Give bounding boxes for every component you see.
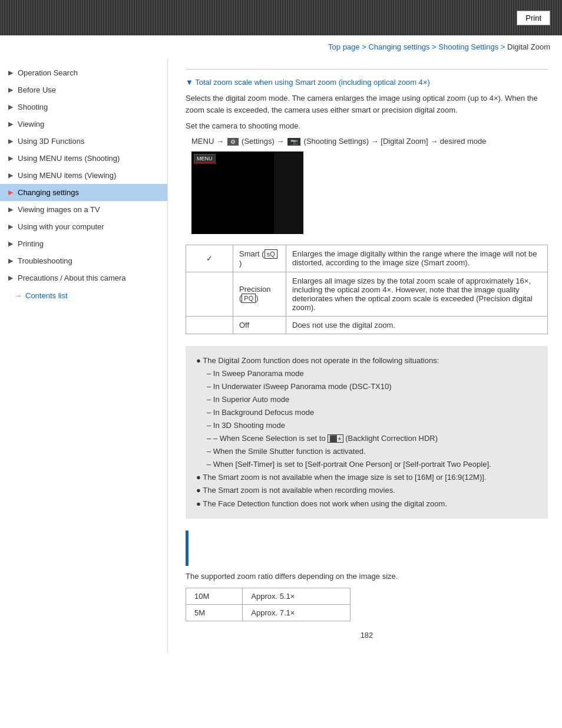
- note-box: The Digital Zoom function does not opera…: [186, 346, 548, 519]
- smart-desc-cell: Enlarges the image digitally within the …: [286, 245, 548, 272]
- sub-note-item: In Superior Auto mode: [207, 393, 537, 406]
- sub-note-item: In Background Defocus mode: [207, 406, 537, 419]
- main-content: Total zoom scale when using Smart zoom (…: [168, 58, 562, 654]
- sub-note-item: In Underwater iSweep Panorama mode (DSC-…: [207, 380, 537, 393]
- arrow-icon: ▶: [8, 103, 13, 111]
- arrow-icon: ▶: [8, 154, 13, 162]
- sidebar-item-viewing[interactable]: ▶ Viewing: [0, 116, 167, 133]
- menu-label: MENU: [194, 154, 216, 163]
- arrow-icon: ▶: [8, 240, 13, 248]
- table-row: 5M Approx. 7.1×: [186, 604, 351, 621]
- sidebar-item-troubleshooting[interactable]: ▶ Troubleshooting: [0, 252, 167, 269]
- precision-icon: PQ: [242, 294, 256, 303]
- note-item: The Smart zoom is not available when the…: [196, 471, 537, 484]
- page-number: 182: [186, 631, 548, 640]
- sidebar-item-label: Using MENU items (Shooting): [18, 154, 120, 163]
- size-cell: 10M: [186, 588, 243, 604]
- sidebar-item-label: Using with your computer: [18, 222, 104, 231]
- arrow-icon: ▶: [8, 120, 13, 128]
- sidebar-item-precautions[interactable]: ▶ Precautions / About this camera: [0, 269, 167, 286]
- sidebar-item-menu-viewing[interactable]: ▶ Using MENU items (Viewing): [0, 167, 167, 184]
- arrow-right-icon: ▶: [8, 189, 13, 196]
- sidebar-item-label: Before Use: [18, 85, 56, 94]
- menu-path: MENU → ⚙ (Settings) → 📷 (Shooting Settin…: [191, 137, 548, 146]
- sidebar-item-changing-settings[interactable]: ▶ Changing settings: [0, 184, 167, 201]
- note-item: The Digital Zoom function does not opera…: [196, 354, 537, 367]
- arrow-icon: ▶: [8, 172, 13, 179]
- arrow-icon: ▶: [8, 274, 13, 282]
- contents-list-link[interactable]: Contents list: [0, 286, 167, 305]
- sub-note-item: When [Self-Timer] is set to [Self-portra…: [207, 458, 537, 471]
- arrow-icon: ▶: [8, 69, 13, 77]
- description-1: Selects the digital zoom mode. The camer…: [186, 93, 548, 116]
- sub-note-item: In 3D Shooting mode: [207, 419, 537, 432]
- ratio-cell: Approx. 7.1×: [243, 604, 351, 621]
- arrow-icon: ▶: [8, 257, 13, 265]
- size-cell: 5M: [186, 604, 243, 621]
- sub-note-item: When the Smile Shutter function is activ…: [207, 445, 537, 458]
- contents-list-label: Contents list: [25, 291, 68, 300]
- note-list: The Digital Zoom function does not opera…: [196, 354, 537, 510]
- size-table: 10M Approx. 5.1× 5M Approx. 7.1×: [186, 588, 351, 621]
- arrow-icon: ▶: [8, 206, 13, 213]
- smart-icon: sQ: [265, 249, 277, 259]
- top-divider: [186, 69, 548, 70]
- off-desc-cell: Does not use the digital zoom.: [286, 316, 548, 334]
- ratio-cell: Approx. 5.1×: [243, 588, 351, 604]
- precision-icon-cell: [186, 272, 233, 316]
- sidebar-item-label: Using MENU items (Viewing): [18, 171, 116, 180]
- arrow-icon: ▶: [8, 86, 13, 94]
- table-row: 10M Approx. 5.1×: [186, 588, 351, 604]
- camera-panel: [274, 151, 303, 234]
- sidebar-item-label: Changing settings: [18, 188, 79, 197]
- sidebar: ▶ Operation Search ▶ Before Use ▶ Shooti…: [0, 58, 168, 654]
- breadcrumb: Top page > Changing settings > Shooting …: [0, 35, 562, 58]
- breadcrumb-shooting[interactable]: Shooting Settings: [438, 42, 498, 51]
- supported-text: The supported zoom ratio differs dependi…: [186, 572, 548, 581]
- sidebar-item-printing[interactable]: ▶ Printing: [0, 235, 167, 252]
- table-row: Off Does not use the digital zoom.: [186, 316, 548, 334]
- main-layout: ▶ Operation Search ▶ Before Use ▶ Shooti…: [0, 58, 562, 654]
- sub-note-list: In Sweep Panorama mode In Underwater iSw…: [207, 367, 537, 472]
- arrow-icon: ▶: [8, 223, 13, 230]
- sidebar-item-operation-search[interactable]: ▶ Operation Search: [0, 64, 167, 81]
- breadcrumb-digital-zoom: Digital Zoom: [507, 42, 550, 51]
- print-button[interactable]: Print: [517, 11, 550, 25]
- precision-desc-cell: Enlarges all image sizes by the total zo…: [286, 272, 548, 316]
- sidebar-item-shooting[interactable]: ▶ Shooting: [0, 98, 167, 116]
- breadcrumb-top[interactable]: Top page: [328, 42, 360, 51]
- sidebar-item-label: Using 3D Functions: [18, 137, 84, 146]
- smart-label-cell: Smart (sQ): [233, 245, 286, 272]
- sidebar-item-label: Shooting: [18, 103, 48, 111]
- sidebar-item-label: Precautions / About this camera: [18, 274, 126, 282]
- precision-label-cell: Precision(PQ): [233, 272, 286, 316]
- check-icon-cell: ✓: [186, 245, 233, 272]
- blue-bar: [186, 531, 189, 566]
- note-item: The Smart zoom is not available when rec…: [196, 484, 537, 497]
- off-icon-cell: [186, 316, 233, 334]
- sidebar-item-label: Printing: [18, 239, 44, 248]
- sidebar-item-menu-shooting[interactable]: ▶ Using MENU items (Shooting): [0, 150, 167, 167]
- off-label-cell: Off: [233, 316, 286, 334]
- table-row: Precision(PQ) Enlarges all image sizes b…: [186, 272, 548, 316]
- sub-note-item: In Sweep Panorama mode: [207, 367, 537, 380]
- sidebar-item-viewing-tv[interactable]: ▶ Viewing images on a TV: [0, 201, 167, 218]
- breadcrumb-changing[interactable]: Changing settings: [368, 42, 429, 51]
- sidebar-item-label: Operation Search: [18, 68, 78, 77]
- section-title: Total zoom scale when using Smart zoom (…: [186, 78, 548, 87]
- description-2: Set the camera to shooting mode.: [186, 120, 548, 132]
- sidebar-item-label: Viewing: [18, 120, 44, 129]
- sidebar-item-label: Viewing images on a TV: [18, 205, 100, 214]
- sidebar-item-using-computer[interactable]: ▶ Using with your computer: [0, 218, 167, 235]
- sidebar-item-label: Troubleshooting: [18, 256, 72, 265]
- sidebar-item-3d-functions[interactable]: ▶ Using 3D Functions: [0, 133, 167, 150]
- zoom-modes-table: ✓ Smart (sQ) Enlarges the image digitall…: [186, 245, 548, 334]
- sub-note-item: – When Scene Selection is set to ⬛+ (Bac…: [207, 432, 537, 445]
- sidebar-item-before-use[interactable]: ▶ Before Use: [0, 81, 167, 98]
- note-item: The Face Detection function does not wor…: [196, 498, 537, 510]
- header: Print: [0, 0, 562, 35]
- arrow-icon: ▶: [8, 137, 13, 145]
- table-row: ✓ Smart (sQ) Enlarges the image digitall…: [186, 245, 548, 272]
- camera-screenshot: MENU: [191, 151, 303, 234]
